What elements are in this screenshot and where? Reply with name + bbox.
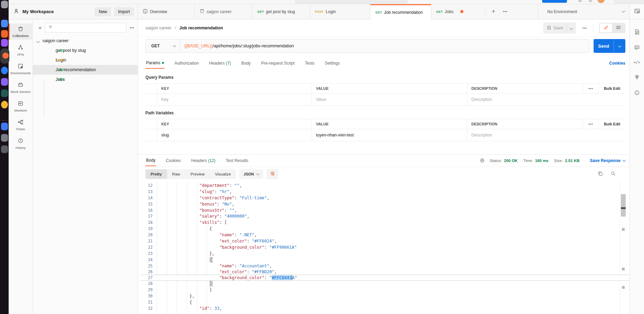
response-scrollbar[interactable] <box>621 181 626 314</box>
query-value-input[interactable] <box>316 97 463 102</box>
dock-app-icon[interactable] <box>1 89 8 97</box>
tab-collection-saigon-career[interactable]: saigon career <box>195 4 252 19</box>
save-response-button[interactable]: Save Response <box>590 158 625 163</box>
dock-app-icon[interactable] <box>1 101 8 108</box>
breadcrumb-collection[interactable]: saigon career <box>145 26 172 30</box>
request-login[interactable]: POST Login <box>33 55 138 65</box>
env-quicklook-icon[interactable] <box>634 8 640 15</box>
code-snippet-icon[interactable]: </> <box>634 60 641 65</box>
time-label: Time: <box>523 159 533 163</box>
tab-params[interactable]: Params <box>145 58 165 69</box>
collection-saigon-career[interactable]: saigon career <box>33 36 138 46</box>
bulk-edit-button[interactable]: Bulk Edit <box>604 86 621 91</box>
dock-app-icon[interactable] <box>1 123 8 130</box>
global-search-input[interactable] <box>295 0 407 3</box>
sidebar-filter-input[interactable] <box>45 23 127 32</box>
tab-tests[interactable]: Tests <box>304 58 315 68</box>
url-input[interactable]: {{BASE_URL}}/api/home/jobs/:slug/jobs-re… <box>180 39 589 53</box>
table-options-button[interactable]: ••• <box>588 87 593 91</box>
tab-body[interactable]: Body <box>241 58 251 68</box>
save-options-button[interactable] <box>566 22 576 34</box>
sidebar-item-collections[interactable]: Collections <box>9 23 32 40</box>
sidebar-item-environments[interactable]: Environments <box>9 61 32 77</box>
request-job-recommendation[interactable]: GET Job recommendation <box>33 65 138 75</box>
view-preview[interactable]: Preview <box>185 169 210 179</box>
send-options-button[interactable] <box>614 39 625 53</box>
request-jobs[interactable]: GET Jobs <box>33 75 138 84</box>
workspace-switcher[interactable]: My Workspace New Import <box>9 4 138 19</box>
cookies-link[interactable]: Cookies <box>609 61 625 66</box>
new-tab-button[interactable]: + <box>488 4 499 19</box>
method-select[interactable]: GET <box>146 39 180 53</box>
path-key-input[interactable] <box>161 133 307 137</box>
tab-options-button[interactable]: ••• <box>499 4 511 19</box>
dock-app-icon[interactable] <box>1 134 8 142</box>
sidebar-item-monitors[interactable]: Monitors <box>9 98 32 114</box>
tab-login[interactable]: POST Login <box>310 4 371 19</box>
copy-icon[interactable] <box>598 171 603 177</box>
environment-selector[interactable]: No Environment <box>538 4 629 19</box>
sidebar-item-mock-servers[interactable]: Mock Servers <box>9 79 32 96</box>
tab-response-headers[interactable]: Headers (12) <box>191 155 216 166</box>
tab-headers[interactable]: Headers (7) <box>208 58 231 68</box>
edit-mode-button[interactable] <box>600 23 612 32</box>
search-icon[interactable] <box>611 171 616 177</box>
send-button[interactable]: Send <box>594 39 614 53</box>
dock-app-icon[interactable] <box>1 1 8 8</box>
notifications-icon[interactable] <box>589 0 592 2</box>
table-options-button[interactable]: ••• <box>588 122 593 126</box>
comment-mode-button[interactable] <box>612 23 625 32</box>
request-get-post-by-slug[interactable]: GET get post by slug <box>33 46 138 55</box>
url-bar: GET {{BASE_URL}}/api/home/jobs/:slug/job… <box>145 39 589 53</box>
tab-job-recommendation[interactable]: GET Job recommendation <box>371 4 431 19</box>
scrollbar-thumb[interactable] <box>621 194 626 217</box>
add-collection-button[interactable]: + <box>38 25 42 31</box>
documentation-icon[interactable] <box>634 29 640 35</box>
globe-icon[interactable] <box>480 158 485 164</box>
bulk-edit-button[interactable]: Bulk Edit <box>604 122 621 126</box>
sidebar-item-history[interactable]: History <box>9 135 32 152</box>
view-pretty[interactable]: Pretty <box>145 169 167 179</box>
dock-app-icon[interactable] <box>1 145 8 153</box>
view-raw[interactable]: Raw <box>167 169 185 179</box>
tab-authorization[interactable]: Authorization <box>174 58 199 68</box>
dock-app-icon[interactable] <box>1 78 8 86</box>
query-params-title: Query Params <box>145 75 625 80</box>
tab-jobs[interactable]: GET Jobs <box>431 4 483 19</box>
code-line: 24 { <box>141 257 629 263</box>
tab-test-results[interactable]: Test Results <box>225 155 249 166</box>
request-more-button[interactable]: ••• <box>582 26 587 30</box>
tab-response-cookies[interactable]: Cookies <box>165 155 181 166</box>
new-button[interactable]: New <box>95 7 111 16</box>
postman-dock-icon[interactable] <box>2 53 9 59</box>
dock-app-icon[interactable] <box>1 67 8 74</box>
path-description-input[interactable] <box>471 133 579 137</box>
tab-overview[interactable]: Overview <box>138 4 195 19</box>
dock-app-icon[interactable] <box>1 30 8 38</box>
tab-settings[interactable]: Settings <box>324 58 340 68</box>
save-button[interactable]: Save <box>543 23 566 34</box>
settings-icon[interactable] <box>578 0 582 2</box>
dock-app-icon[interactable] <box>1 39 8 47</box>
tab-pre-request-script[interactable]: Pre-request Script <box>260 58 295 68</box>
sidebar-more-button[interactable]: ••• <box>129 26 134 30</box>
tab-response-body[interactable]: Body <box>145 155 156 166</box>
import-button[interactable]: Import <box>114 7 134 16</box>
sidebar-item-apis[interactable]: APIs <box>9 42 32 58</box>
path-value-input[interactable] <box>316 133 463 137</box>
tab-get-post-by-slug[interactable]: GET get post by slug <box>252 4 310 19</box>
query-description-input[interactable] <box>471 97 579 102</box>
response-body-editor[interactable]: 12 "department": "",13 "slug": "hr",14 "… <box>138 181 629 314</box>
avatar[interactable] <box>597 0 605 3</box>
primary-action-button[interactable] <box>542 0 567 3</box>
sidebar-item-flows[interactable]: Flows <box>9 117 32 133</box>
query-key-input[interactable] <box>161 97 307 102</box>
upgrade-button[interactable] <box>614 0 644 3</box>
comments-icon[interactable] <box>634 45 640 50</box>
info-icon[interactable] <box>634 90 640 96</box>
language-select[interactable]: JSON <box>239 169 263 179</box>
lightbulb-icon[interactable] <box>634 74 640 80</box>
dock-app-icon[interactable] <box>1 20 8 27</box>
view-visualize[interactable]: Visualize <box>210 169 236 179</box>
wrap-text-button[interactable] <box>267 169 278 179</box>
